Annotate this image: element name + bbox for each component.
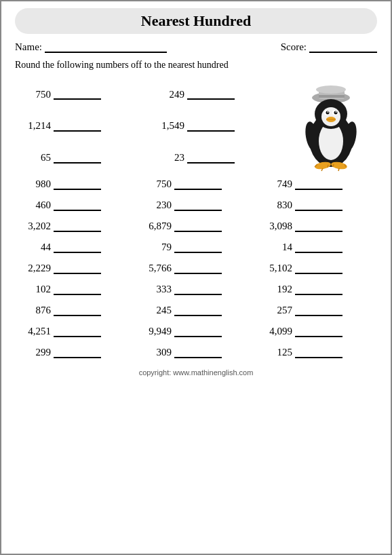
svg-point-12 [328,111,329,113]
problem-cell: 749 [256,174,377,195]
problem-number: 750 [20,89,51,100]
problem-number: 125 [262,347,292,358]
answer-line[interactable] [295,347,342,358]
answer-line[interactable] [174,305,222,316]
answer-line[interactable] [187,121,235,132]
problem-number: 245 [141,305,172,316]
problem-number: 5,766 [141,263,172,274]
problem-number: 23 [154,152,184,164]
problem-cell: 249 [149,79,282,111]
problem-cell: 299 [15,342,136,363]
problem-cell: 830 [256,195,377,216]
answer-line[interactable] [54,242,101,253]
answer-line[interactable] [54,121,101,132]
problem-cell: 750 [15,79,149,111]
answer-line[interactable] [174,263,222,274]
problem-number: 2,229 [20,263,51,274]
problem-number: 4,251 [20,326,51,337]
problem-number: 460 [20,199,51,211]
score-line[interactable] [309,41,377,53]
answer-line[interactable] [174,221,222,232]
svg-line-23 [333,164,334,167]
svg-line-22 [328,165,328,168]
svg-rect-3 [319,95,345,98]
answer-line[interactable] [54,326,101,337]
problem-cell: 9,949 [136,321,256,342]
problem-cell: 125 [256,342,377,363]
score-section: Score: [281,41,377,53]
answer-line[interactable] [54,305,101,316]
answer-line[interactable] [54,263,101,274]
problem-number: 44 [20,242,51,253]
answer-line[interactable] [295,242,342,253]
answer-line[interactable] [295,263,342,274]
problem-number: 4,099 [262,326,292,337]
problem-cell: 333 [136,279,256,300]
svg-line-24 [338,168,339,171]
worksheet-page: Nearest Hundred Name: Score: Round the f… [0,0,392,555]
score-label: Score: [281,41,307,53]
problem-cell: 14 [256,237,377,258]
answer-line[interactable] [174,242,222,253]
answer-line[interactable] [54,179,101,190]
answer-line[interactable] [187,153,235,164]
name-section: Name: [15,41,167,53]
answer-line[interactable] [174,326,222,337]
penguin-image-area [282,79,377,174]
answer-line[interactable] [174,284,222,295]
answer-line[interactable] [54,221,101,232]
answer-line[interactable] [295,305,342,316]
answer-line[interactable] [295,200,342,211]
answer-line[interactable] [295,326,342,337]
answer-line[interactable] [174,179,222,190]
answer-line[interactable] [54,89,101,100]
problem-number: 309 [141,347,172,358]
name-score-row: Name: Score: [15,41,377,53]
problem-number: 830 [262,199,292,211]
answer-line[interactable] [187,89,235,100]
svg-point-2 [316,85,346,94]
problem-cell: 6,879 [136,216,256,237]
problem-number: 65 [20,152,51,164]
problem-cell: 5,102 [256,258,377,279]
penguin-icon [289,79,370,174]
problem-number: 1,214 [20,120,51,132]
answer-line[interactable] [54,200,101,211]
problem-cell: 3,098 [256,216,377,237]
problem-number: 249 [154,89,184,100]
problem-cell: 102 [15,279,136,300]
answer-line[interactable] [54,284,101,295]
answer-line[interactable] [295,221,342,232]
problem-cell: 79 [136,237,256,258]
instructions-text: Round the following numbers off to the n… [15,60,377,71]
top-section: 7502491,2141,5496523 [15,79,377,174]
problem-number: 9,949 [141,326,172,337]
name-line[interactable] [45,41,167,53]
answer-line[interactable] [54,347,101,358]
problem-number: 14 [262,242,292,253]
problem-cell: 23 [149,142,282,174]
problem-number: 333 [141,284,172,295]
answer-line[interactable] [295,284,342,295]
answer-line[interactable] [174,347,222,358]
problem-number: 79 [141,242,172,253]
answer-line[interactable] [54,153,101,164]
answer-line[interactable] [295,179,342,190]
problem-cell: 2,229 [15,258,136,279]
problem-number: 6,879 [141,221,172,232]
problem-cell: 65 [15,142,149,174]
problem-cell: 460 [15,195,136,216]
problem-number: 3,098 [262,221,292,232]
problem-number: 876 [20,305,51,316]
problem-cell: 1,549 [149,111,282,142]
problem-number: 749 [262,178,292,190]
answer-line[interactable] [174,200,222,211]
problem-number: 3,202 [20,221,51,232]
problem-number: 980 [20,178,51,190]
problem-number: 257 [262,305,292,316]
copyright-text: copyright: www.mathinenglish.com [15,368,377,377]
problem-cell: 309 [136,342,256,363]
problem-number: 102 [20,284,51,295]
worksheet-title: Nearest Hundred [15,8,377,34]
bottom-problems-grid: 9807507494602308303,2026,8793,0984479142… [15,174,377,363]
